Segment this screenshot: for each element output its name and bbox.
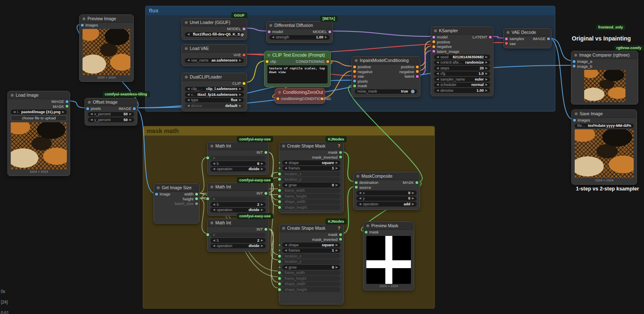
collapse-dot-icon[interactable] [157,186,160,189]
node-title-clip-text-encode[interactable]: CLIP Text Encode (Prompt) [264,51,330,59]
input-slot-conditioning[interactable] [276,97,279,100]
widget-arrow-right-icon[interactable]: ▶ [336,183,338,187]
widget-arrow-left-icon[interactable]: ◀ [436,72,439,75]
widget-arrow-right-icon[interactable]: ▶ [486,72,488,75]
widget-input-dot[interactable] [278,162,281,164]
widget-arrow-right-icon[interactable]: ▶ [261,162,263,165]
collapse-dot-icon[interactable] [282,145,285,147]
widget-arrow-left-icon[interactable]: ◀ [436,78,439,81]
widget-arrow-left-icon[interactable]: ◀ [213,208,215,212]
widget-input-dot[interactable] [278,184,281,186]
widget-arrow-right-icon[interactable]: ▶ [486,83,488,86]
widget-shape_height[interactable]: shape_height [282,287,340,292]
widget-arrow-left-icon[interactable]: ◀ [272,36,274,39]
widget-arrow-right-icon[interactable]: ▶ [336,167,338,170]
widget-arrow-right-icon[interactable]: ▶ [130,118,132,121]
widget-type[interactable]: ◀typeflux▶ [185,98,244,103]
widget-input-dot[interactable] [278,195,281,197]
widget-arrow-left-icon[interactable]: ◀ [13,110,15,114]
input-slot-clip[interactable] [266,60,269,63]
output-slot-CONDITIONING[interactable] [321,97,323,100]
widget-input-dot[interactable] [278,288,281,291]
widget-arrow-left-icon[interactable]: ◀ [213,167,215,171]
widget-arrow-right-icon[interactable]: ▶ [336,266,338,269]
input-slot-positive[interactable] [353,65,356,68]
node-mask-composite[interactable]: MaskCompositedestinationMASKsource◀x0▶◀y… [353,172,420,210]
widget-input-dot[interactable] [278,172,281,175]
widget-arrow-left-icon[interactable]: ◀ [285,266,287,269]
widget-arrow-right-icon[interactable]: ▶ [261,208,263,212]
widget-arrow-right-icon[interactable]: ▶ [239,87,241,90]
widget-input-dot[interactable] [278,189,281,192]
node-title-save-image[interactable]: Save Image [572,110,637,118]
widget-x_percent[interactable]: ◀x_percent50▶ [88,112,134,117]
output-slot-IMAGE[interactable] [133,107,136,110]
input-slot-source[interactable] [355,186,358,189]
widget-value[interactable]: ◀flux1\flux1-fill-dev-Q5_K_S.gguf▶ [185,32,244,37]
widget-arrow-left-icon[interactable]: ◀ [285,249,287,252]
widget-input-dot[interactable] [278,277,281,280]
collapse-dot-icon[interactable] [282,227,285,230]
widget-arrow-left-icon[interactable]: ◀ [213,239,215,242]
node-dual-clip-loader[interactable]: DualCLIPLoaderCLIP◀clip_name1clip_l.safe… [182,73,247,112]
widget-arrow-left-icon[interactable]: ◀ [187,98,189,102]
node-ksampler[interactable]: KSamplermodelLATENTpositivenegativelaten… [431,26,493,96]
widget-shape_width[interactable]: shape_width [282,282,340,287]
node-load-vae[interactable]: Load VAEVAE◀vae_nameae.safetensors▶ [182,44,247,66]
widget-arrow-right-icon[interactable]: ▶ [486,55,488,59]
widget-arrow-left-icon[interactable]: ◀ [359,197,361,200]
widget-location_y[interactable]: location_y [282,259,340,264]
widget-input-dot[interactable] [206,233,209,236]
node-math-int-2[interactable]: Math IntINTa◀b2▶◀operationdivide▶ [207,183,269,216]
group-title-flux[interactable]: flux [146,6,555,15]
collapse-dot-icon[interactable] [278,91,281,94]
widget-input-dot[interactable] [278,178,281,181]
collapse-dot-icon[interactable] [88,101,91,104]
widget-arrow-right-icon[interactable]: ▶ [486,89,488,92]
widget-noise_mask[interactable]: noise_masktrue [355,89,417,94]
node-unet-loader[interactable]: Unet Loader (GGUF)MODEL◀flux1\flux1-fill… [182,18,247,40]
widget-arrow-left-icon[interactable]: ◀ [285,243,287,247]
node-inpaint-model-conditioning[interactable]: InpaintModelConditioningpositivepositive… [351,56,420,97]
output-slot-mask[interactable] [339,151,342,154]
widget-operation[interactable]: ◀operationdivide▶ [210,208,266,213]
widget-input-dot[interactable] [278,200,281,203]
widget-scheduler[interactable]: ◀schedulernormal▶ [434,83,490,88]
widget-arrow-right-icon[interactable]: ▶ [239,104,241,107]
output-slot-MODEL[interactable] [243,27,245,30]
collapse-dot-icon[interactable] [11,94,14,97]
widget-a[interactable]: a [210,233,266,238]
widget-steps[interactable]: ◀steps20▶ [434,66,490,71]
widget-arrow-right-icon[interactable]: ▶ [412,202,414,206]
input-slot-image_a[interactable] [573,60,576,63]
widget-frames[interactable]: ◀frames1▶ [282,248,340,253]
output-slot-INT[interactable] [264,151,267,154]
node-title-vae-decode[interactable]: VAE Decode [504,29,551,36]
input-slot-images[interactable] [81,24,84,26]
node-get-image-size[interactable]: Get Image Sizeimagewidthheightbatch_size [153,183,200,224]
input-slot-images[interactable] [573,119,576,121]
widget-arrow-left-icon[interactable]: ◀ [436,67,439,70]
widget-arrow-left-icon[interactable]: ◀ [213,162,215,165]
node-preview-image[interactable]: Preview Imageimages1024 × 1024 [79,14,134,82]
node-title-mask-composite[interactable]: MaskComposite [354,172,420,180]
widget-input-dot[interactable] [278,167,281,169]
widget-arrow-right-icon[interactable]: ▶ [239,98,241,102]
node-title-load-vae[interactable]: Load VAE [182,45,247,52]
widget-arrow-left-icon[interactable]: ◀ [187,93,189,96]
output-slot-MASK[interactable] [66,105,68,108]
widget-frame_height[interactable]: frame_height [282,194,340,199]
collapse-dot-icon[interactable] [210,186,213,188]
output-slot-CLIP[interactable] [243,82,245,85]
output-slot-MASK[interactable] [415,181,418,184]
input-slot-negative[interactable] [353,70,356,73]
node-differential-diffusion[interactable]: Differential DiffusionmodelMODEL◀strengt… [266,21,333,43]
widget-arrow-left-icon[interactable]: ◀ [436,55,439,59]
widget-grow[interactable]: ◀grow0▶ [282,183,340,188]
widget-input-dot[interactable] [278,271,281,274]
widget-arrow-left-icon[interactable]: ◀ [90,112,92,116]
node-title-offset-image[interactable]: Offset Image [85,98,137,106]
node-image-comparer[interactable]: Image Comparer (rgthree)image_aimage_b [571,51,638,105]
input-slot-samples[interactable] [505,37,508,40]
node-math-int-1[interactable]: Math IntINTa◀b6▶◀operationdivide▶ [207,142,269,175]
